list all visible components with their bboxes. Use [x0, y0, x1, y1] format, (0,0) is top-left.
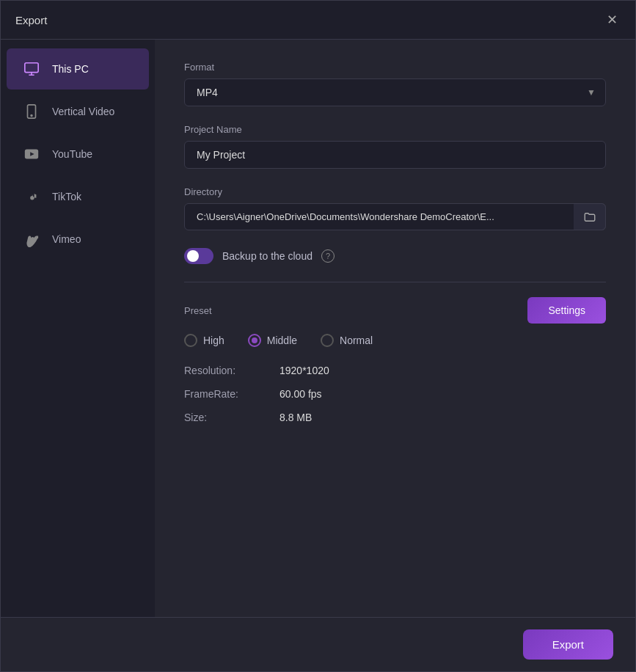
sidebar-item-vertical-video-label: Vertical Video	[52, 106, 114, 117]
preset-high[interactable]: High	[184, 334, 224, 347]
youtube-icon	[21, 144, 42, 164]
svg-rect-0	[25, 63, 38, 73]
preset-high-label: High	[203, 335, 224, 346]
toggle-knob	[187, 250, 199, 262]
sidebar-item-this-pc[interactable]: This PC	[7, 48, 149, 90]
resolution-value: 1920*1020	[279, 365, 606, 376]
sidebar-item-youtube-label: YouTube	[52, 148, 92, 160]
backup-label: Backup to the cloud	[222, 250, 312, 262]
export-dialog: Export ✕ This PC	[0, 0, 636, 672]
resolution-label: Resolution:	[184, 365, 279, 376]
sidebar-item-tiktok[interactable]: TikTok	[7, 176, 149, 217]
dialog-title: Export	[15, 14, 47, 26]
export-button[interactable]: Export	[523, 629, 613, 660]
vimeo-icon	[21, 229, 42, 249]
tiktok-icon	[21, 186, 42, 207]
format-select-wrapper: MP4 MOV AVI GIF MP3 ▼	[184, 78, 606, 106]
folder-browse-button[interactable]	[574, 203, 606, 230]
info-grid: Resolution: 1920*1020 FrameRate: 60.00 f…	[184, 365, 606, 423]
svg-point-2	[31, 115, 32, 117]
project-name-label: Project Name	[184, 124, 606, 135]
folder-icon	[583, 211, 596, 224]
format-select[interactable]: MP4 MOV AVI GIF MP3	[184, 78, 606, 106]
project-name-group: Project Name	[184, 124, 606, 169]
backup-row: Backup to the cloud ?	[184, 248, 606, 264]
sidebar-item-vimeo-label: Vimeo	[52, 233, 81, 245]
directory-label: Directory	[184, 186, 606, 197]
main-panel: Format MP4 MOV AVI GIF MP3 ▼ Project Nam…	[155, 40, 635, 617]
divider	[184, 282, 606, 282]
sidebar-item-vertical-video[interactable]: Vertical Video	[7, 91, 149, 132]
preset-middle-dot	[252, 337, 257, 343]
format-group: Format MP4 MOV AVI GIF MP3 ▼	[184, 62, 606, 106]
sidebar-item-youtube[interactable]: YouTube	[7, 134, 149, 175]
title-bar: Export ✕	[1, 1, 635, 40]
size-value: 8.8 MB	[279, 412, 606, 423]
sidebar: This PC Vertical Video	[1, 40, 155, 617]
preset-normal-radio[interactable]	[321, 334, 334, 347]
size-label: Size:	[184, 412, 279, 423]
phone-icon	[21, 101, 42, 122]
directory-wrapper	[184, 203, 606, 230]
directory-group: Directory	[184, 186, 606, 230]
help-icon[interactable]: ?	[321, 249, 335, 263]
preset-label: Preset	[184, 305, 212, 316]
dialog-content: This PC Vertical Video	[1, 40, 635, 617]
preset-normal[interactable]: Normal	[321, 334, 373, 347]
backup-toggle[interactable]	[184, 248, 213, 264]
preset-middle-radio[interactable]	[248, 334, 261, 347]
settings-button[interactable]: Settings	[527, 297, 606, 324]
preset-header: Preset Settings	[184, 297, 606, 324]
preset-radio-group: High Middle Normal	[184, 334, 606, 347]
preset-normal-label: Normal	[340, 335, 373, 346]
project-name-input[interactable]	[184, 141, 606, 169]
close-button[interactable]: ✕	[603, 11, 621, 29]
framerate-label: FrameRate:	[184, 388, 279, 400]
preset-high-radio[interactable]	[184, 334, 197, 347]
framerate-value: 60.00 fps	[279, 388, 606, 400]
format-label: Format	[184, 62, 606, 73]
bottom-bar: Export	[1, 617, 635, 671]
sidebar-item-vimeo[interactable]: Vimeo	[7, 219, 149, 260]
preset-middle-label: Middle	[267, 335, 297, 346]
sidebar-item-tiktok-label: TikTok	[52, 191, 81, 202]
sidebar-item-this-pc-label: This PC	[52, 63, 89, 75]
directory-input[interactable]	[184, 203, 606, 230]
preset-middle[interactable]: Middle	[248, 334, 297, 347]
pc-icon	[21, 59, 42, 79]
